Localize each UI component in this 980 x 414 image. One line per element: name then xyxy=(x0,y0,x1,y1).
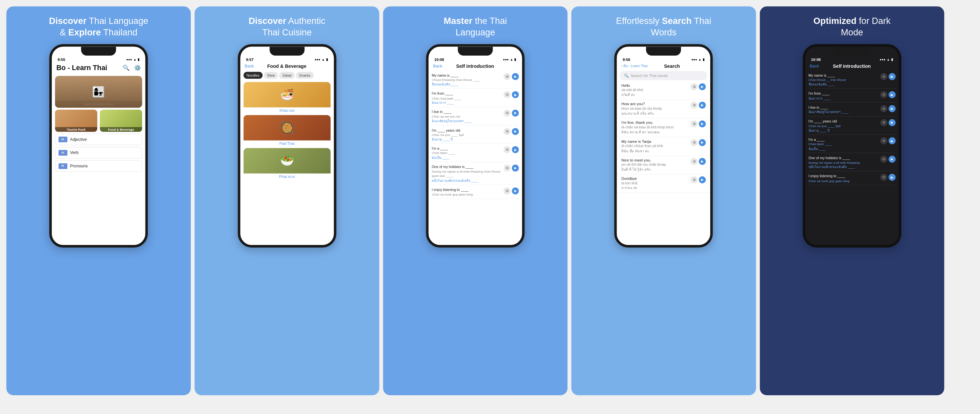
wifi-icon-4: ▲ xyxy=(698,58,702,62)
phrase-item-5-2: I live in ____ฉันอาศัยอยู่ในกรุงเทพฯ ___… xyxy=(808,103,896,116)
back-btn-5[interactable]: Back xyxy=(810,63,819,68)
sr-th-myname: di-chǎn chûue than yâ khâดิฉัน ชื่อ ตันซ… xyxy=(621,144,690,154)
phrase-th-3-1: ฉันมาจาก ____ xyxy=(432,100,502,105)
sr-en-imfine: I'm fine, thank you. xyxy=(621,120,690,125)
copy-btn-5-2[interactable]: ⧉ xyxy=(880,105,887,112)
phrase-en-3-4: I'm a ____Chan bpen ____ xyxy=(432,146,502,155)
app-header: Bo - Learn Thai 🔍 ⚙️ xyxy=(52,62,145,74)
copy-btn-5-1[interactable]: ⧉ xyxy=(880,91,887,98)
play-nicetomeet[interactable]: ▶ xyxy=(699,158,706,165)
copy-btn-5-3[interactable]: ⧉ xyxy=(880,119,887,126)
phone-1: 9:55 ●●● ▲ ▮ Bo - Learn Thai 🔍 ⚙️ 👩‍👧 xyxy=(49,44,148,247)
category-verb[interactable]: 🔤 Verb xyxy=(55,147,142,159)
tab-salad[interactable]: Salad xyxy=(279,72,295,79)
copy-btn-5-0[interactable]: ⧉ xyxy=(880,73,887,80)
copy-nicetomeet[interactable]: ⧉ xyxy=(690,158,697,165)
phrase-item-5-5: One of my hobbies is ____Nueng nai ngaan… xyxy=(808,154,896,171)
copy-btn-5-5[interactable]: ⧉ xyxy=(880,155,887,162)
back-btn-4[interactable]: ‹ Bo - Learn Thai xyxy=(621,64,648,68)
phone-screen-5: 10:08 ●●● ▲ ▮ Back Self introduction xyxy=(805,46,899,245)
phrase-actions-5-3: ⧉ ▶ xyxy=(880,119,896,126)
back-btn-3[interactable]: Back xyxy=(433,63,442,68)
phrase-text-5-1: I'm from ____ฉันมาจาก ____ xyxy=(808,91,879,100)
play-goodbye[interactable]: ▶ xyxy=(699,176,706,183)
play-imfine[interactable]: ▶ xyxy=(699,120,706,127)
food-card-2[interactable]: 🥘 Pad Thai xyxy=(243,115,331,147)
copy-btn-3-0[interactable]: ⧉ xyxy=(503,73,510,80)
category-adjective[interactable]: 🔤 Adjective xyxy=(55,134,142,145)
play-btn-5-4[interactable]: ▶ xyxy=(889,137,896,144)
food-card-1[interactable]: 🍜 Khao soi xyxy=(243,82,331,114)
search-icon[interactable]: 🔍 xyxy=(123,65,129,71)
copy-btn-3-6[interactable]: ⧉ xyxy=(503,187,510,194)
phone-notch-5 xyxy=(834,46,870,56)
food-card-3[interactable]: 🥗 Phat si-io xyxy=(243,148,331,180)
play-btn-5-2[interactable]: ▶ xyxy=(889,105,896,112)
sr-text-myname: My name is Tanja. di-chǎn chûue than yâ … xyxy=(621,139,690,154)
play-myname[interactable]: ▶ xyxy=(699,139,706,146)
copy-goodbye[interactable]: ⧉ xyxy=(690,176,697,183)
play-btn-5-6[interactable]: ▶ xyxy=(889,174,896,181)
panel-dark-mode: Optimized for DarkMode 10:08 ●●● ▲ ▮ Bac… xyxy=(760,6,944,395)
tab-noodles[interactable]: Noodles xyxy=(243,72,263,79)
status-bar-2: 9:57 ●●● ▲ ▮ xyxy=(240,57,334,62)
phone-screen-3: 10:08 ●●● ▲ ▮ Back Self introduction xyxy=(429,46,522,245)
play-btn-3-3[interactable]: ▶ xyxy=(512,128,519,135)
phrase-en-3-3: I'm ____ years oldChan Aa-yuu ____ bpii xyxy=(432,128,502,137)
phrase-en-5-3: I'm ____ years oldChan Aa-yuu ____ bpii xyxy=(808,119,879,128)
play-btn-3-2[interactable]: ▶ xyxy=(512,110,519,117)
copy-btn-5-6[interactable]: ⧉ xyxy=(880,174,887,181)
play-btn-5-1[interactable]: ▶ xyxy=(889,91,896,98)
app-title: Bo - Learn Thai xyxy=(56,64,107,72)
settings-icon[interactable]: ⚙️ xyxy=(134,65,141,71)
hero-image[interactable]: 👩‍👧 Self introduction xyxy=(55,76,142,108)
copy-hello[interactable]: ⧉ xyxy=(690,83,697,90)
play-hello[interactable]: ▶ xyxy=(699,83,706,90)
search-placeholder: Search for Thai words xyxy=(631,73,668,78)
copy-btn-3-2[interactable]: ⧉ xyxy=(503,110,510,117)
phrase-text-3-3: I'm ____ years oldChan Aa-yuu ____ bpii … xyxy=(432,128,502,141)
search-result-imfine: I'm fine, thank you. di-chǎn sà-baai dii… xyxy=(617,119,710,137)
copy-btn-3-5[interactable]: ⧉ xyxy=(503,164,510,171)
play-btn-3-6[interactable]: ▶ xyxy=(512,187,519,194)
copy-howareyou[interactable]: ⧉ xyxy=(690,102,697,108)
phone-screen-2: 9:57 ●●● ▲ ▮ Back Food & Beverage Noodle… xyxy=(240,46,334,245)
panel-search: Effortlessly Search ThaiWords 9:56 ●●● ▲… xyxy=(571,6,756,395)
time-3: 10:08 xyxy=(434,57,444,62)
phrase-th-5-5: หนึ่งในงานอดิเรกของฉันคือ ____ xyxy=(808,165,879,169)
sr-actions-goodbye: ⧉ ▶ xyxy=(690,176,706,183)
play-howareyou[interactable]: ▶ xyxy=(699,102,706,108)
sr-en-howareyou: How are you? xyxy=(621,102,690,106)
search-result-howareyou: How are you? khun sà-baai dii rǔe khrápค… xyxy=(617,100,710,118)
phrase-en-3-1: I'm from ____Chan maa jaak ____ xyxy=(432,91,502,100)
play-btn-5-0[interactable]: ▶ xyxy=(889,73,896,80)
copy-btn-3-4[interactable]: ⧉ xyxy=(503,146,510,153)
phrase-actions-3-3: ⧉ ▶ xyxy=(503,128,519,135)
sr-actions-myname: ⧉ ▶ xyxy=(690,139,706,146)
copy-btn-5-4[interactable]: ⧉ xyxy=(880,137,887,144)
thumb-food[interactable]: Food & Beverage xyxy=(100,109,142,132)
thumb-tourist[interactable]: Tourist Pack xyxy=(55,109,97,132)
tab-snacks[interactable]: Snacks xyxy=(296,72,313,79)
copy-btn-3-1[interactable]: ⧉ xyxy=(503,91,510,98)
play-btn-3-5[interactable]: ▶ xyxy=(512,164,519,171)
copy-btn-3-3[interactable]: ⧉ xyxy=(503,128,510,135)
sr-actions-nicetomeet: ⧉ ▶ xyxy=(690,158,706,165)
battery-icon: ▮ xyxy=(138,58,140,62)
category-pronouns[interactable]: 🔤 Pronouns xyxy=(55,160,142,172)
play-btn-5-3[interactable]: ▶ xyxy=(889,119,896,126)
play-btn-3-0[interactable]: ▶ xyxy=(512,73,519,80)
play-btn-3-1[interactable]: ▶ xyxy=(512,91,519,98)
phrase-text-3-2: I live in ____Chan aa-sai yuu nai ฉันอาศ… xyxy=(432,110,502,123)
tab-stew[interactable]: Stew xyxy=(264,72,278,79)
phrase-th-3-0: ชื่อของฉันคือ ____ xyxy=(432,82,502,87)
back-btn-2[interactable]: Back xyxy=(245,63,254,68)
copy-imfine[interactable]: ⧉ xyxy=(690,120,697,127)
phrase-actions-5-4: ⧉ ▶ xyxy=(880,137,896,144)
phrase-th-3-4: ฉันเป็น ____ xyxy=(432,155,502,160)
play-btn-5-5[interactable]: ▶ xyxy=(889,155,896,162)
search-bar[interactable]: 🔍 Search for Thai words xyxy=(620,71,707,80)
play-btn-3-4[interactable]: ▶ xyxy=(512,146,519,153)
copy-myname[interactable]: ⧉ xyxy=(690,139,697,146)
sr-text-hello: Hello sà-wàt-dii khâสวัสดี ค่ะ xyxy=(621,83,690,98)
